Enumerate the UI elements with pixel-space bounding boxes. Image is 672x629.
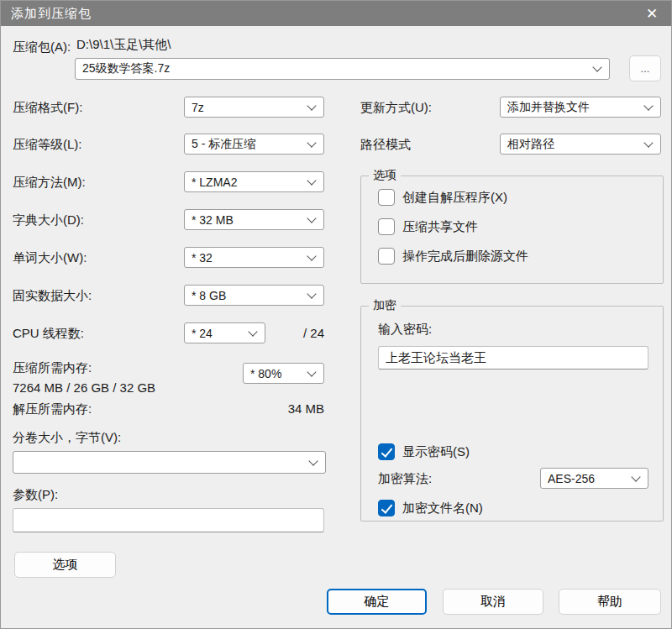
memory-compress-label: 压缩所需内存: — [13, 360, 92, 376]
checkbox-box[interactable] — [378, 443, 395, 460]
cpu-threads-value: * 24 — [192, 327, 213, 340]
encryption-method-label: 加密算法: — [378, 471, 432, 487]
method-combobox[interactable]: * LZMA2 — [184, 171, 324, 192]
solid-block-value: * 8 GB — [192, 289, 226, 302]
chevron-down-icon — [307, 289, 316, 298]
cpu-threads-label: CPU 线程数: — [13, 326, 84, 342]
options-groupbox: 选项 创建自解压程序(X) 压缩共享文件 操作完成后删除源文件 — [360, 176, 664, 284]
encryption-method-value: AES-256 — [548, 472, 595, 485]
checkbox-label: 加密文件名(N) — [402, 501, 483, 516]
format-combobox[interactable]: 7z — [184, 97, 324, 118]
options-button[interactable]: 选项 — [14, 552, 116, 578]
ok-button[interactable]: 确定 — [327, 589, 427, 615]
browse-button[interactable]: ... — [629, 55, 661, 81]
archive-label: 压缩包(A): — [13, 39, 71, 55]
checkbox-encrypt-names[interactable]: 加密文件名(N) — [378, 500, 483, 516]
checkbox-box[interactable] — [378, 218, 395, 235]
chevron-down-icon — [307, 367, 316, 376]
chevron-down-icon — [307, 213, 316, 223]
parameters-input[interactable] — [13, 508, 324, 532]
method-value: * LZMA2 — [192, 176, 237, 189]
chevron-down-icon — [592, 62, 601, 71]
help-button[interactable]: 帮助 — [559, 589, 661, 615]
checkbox-label: 操作完成后删除源文件 — [402, 249, 528, 265]
titlebar[interactable]: 添加到压缩包 — [1, 1, 671, 26]
cpu-threads-max: / 24 — [295, 326, 324, 340]
archive-name-value: 25级数学答案.7z — [82, 61, 170, 76]
chevron-down-icon — [643, 101, 653, 110]
chevron-down-icon — [631, 472, 640, 481]
memory-compress-detail: 7264 MB / 26 GB / 32 GB — [13, 380, 155, 395]
level-combobox[interactable]: 5 - 标准压缩 — [184, 134, 324, 155]
cpu-threads-combobox[interactable]: * 24 — [184, 322, 265, 343]
path-mode-combobox[interactable]: 相对路径 — [500, 134, 661, 155]
checkbox-label: 显示密码(S) — [402, 444, 470, 460]
options-group-legend: 选项 — [369, 168, 401, 183]
volume-size-combobox[interactable] — [13, 451, 326, 474]
format-label: 压缩格式(F): — [13, 100, 82, 116]
memory-decompress-label: 解压所需内存: — [13, 401, 92, 417]
volume-size-label: 分卷大小，字节(V): — [13, 430, 121, 446]
word-size-combobox[interactable]: * 32 — [184, 247, 324, 268]
checkbox-delete-after[interactable]: 操作完成后删除源文件 — [378, 248, 528, 265]
archive-dir-path: D:\9\1\玉足\其他\ — [76, 37, 171, 53]
checkbox-box[interactable] — [378, 189, 395, 206]
memory-usage-combobox[interactable]: * 80% — [243, 363, 324, 384]
checkbox-label: 压缩共享文件 — [402, 219, 478, 235]
password-label: 输入密码: — [378, 322, 432, 338]
chevron-down-icon — [248, 327, 257, 336]
chevron-down-icon — [643, 138, 653, 147]
chevron-down-icon — [307, 176, 316, 185]
checkbox-box[interactable] — [378, 500, 395, 516]
parameters-label: 参数(P): — [13, 487, 58, 503]
dictionary-value: * 32 MB — [192, 213, 234, 227]
password-input[interactable] — [378, 346, 648, 370]
update-mode-label: 更新方式(U): — [360, 100, 432, 116]
chevron-down-icon — [307, 251, 316, 260]
chevron-down-icon — [307, 138, 316, 147]
solid-block-combobox[interactable]: * 8 GB — [184, 285, 324, 306]
dictionary-combobox[interactable]: * 32 MB — [184, 209, 324, 230]
memory-decompress-value: 34 MB — [253, 401, 324, 416]
method-label: 压缩方法(M): — [13, 175, 86, 191]
encryption-groupbox: 加密 输入密码: 显示密码(S) 加密算法: AES-256 加密文件名(N) — [360, 306, 664, 522]
window-title: 添加到压缩包 — [11, 6, 92, 22]
cancel-button[interactable]: 取消 — [443, 589, 543, 615]
format-value: 7z — [192, 101, 204, 114]
checkbox-shared-files[interactable]: 压缩共享文件 — [378, 218, 478, 235]
dictionary-label: 字典大小(D): — [13, 212, 84, 228]
level-label: 压缩等级(L): — [13, 137, 82, 153]
solid-block-label: 固实数据大小: — [13, 288, 92, 304]
word-size-value: * 32 — [192, 251, 213, 265]
word-size-label: 单词大小(W): — [13, 250, 87, 266]
encryption-method-combobox[interactable]: AES-256 — [540, 468, 648, 489]
level-value: 5 - 标准压缩 — [192, 137, 255, 152]
checkbox-show-password[interactable]: 显示密码(S) — [378, 443, 470, 460]
update-mode-combobox[interactable]: 添加并替换文件 — [500, 97, 661, 118]
close-icon[interactable]: ✕ — [633, 1, 671, 26]
checkbox-label: 创建自解压程序(X) — [402, 190, 507, 206]
checkbox-box[interactable] — [378, 248, 395, 265]
checkbox-create-sfx[interactable]: 创建自解压程序(X) — [378, 189, 507, 206]
memory-usage-value: * 80% — [250, 367, 281, 380]
path-mode-label: 路径模式 — [360, 137, 411, 153]
chevron-down-icon — [308, 456, 318, 465]
encryption-group-legend: 加密 — [369, 298, 401, 313]
archive-name-combobox[interactable]: 25级数学答案.7z — [75, 58, 610, 80]
add-to-archive-dialog: 添加到压缩包 ✕ 压缩包(A): D:\9\1\玉足\其他\ 25级数学答案.7… — [0, 0, 672, 629]
update-mode-value: 添加并替换文件 — [507, 100, 590, 115]
chevron-down-icon — [307, 101, 316, 110]
path-mode-value: 相对路径 — [507, 137, 554, 152]
